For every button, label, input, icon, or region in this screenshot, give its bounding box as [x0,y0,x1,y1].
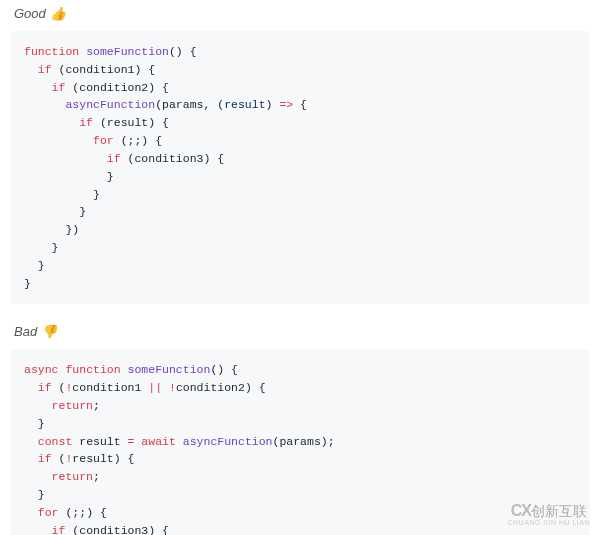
code-line: function someFunction() { [24,43,576,61]
code-line: } [24,203,576,221]
code-line: } [24,239,576,257]
code-line: } [24,486,576,504]
thumbs-up-icon: 👍 [50,6,66,21]
code-line: if (condition2) { [24,79,576,97]
code-line: for (;;) { [24,132,576,150]
good-text: Good [14,6,46,21]
code-line: if (condition3) { [24,150,576,168]
code-line: } [24,415,576,433]
code-line: if (condition3) { [24,522,576,535]
code-line: async function someFunction() { [24,361,576,379]
code-line: if (condition1) { [24,61,576,79]
code-line: } [24,186,576,204]
watermark-brand: 创新互联 [531,503,587,519]
code-line: if (!result) { [24,450,576,468]
bad-text: Bad [14,324,37,339]
code-line: } [24,257,576,275]
watermark: CX创新互联 CHUANG XIN HU LIAN [507,502,590,527]
bad-code-block: async function someFunction() { if (!con… [10,349,590,535]
code-line: if (!condition1 || !condition2) { [24,379,576,397]
code-line: return; [24,468,576,486]
code-line: const result = await asyncFunction(param… [24,433,576,451]
good-label: Good 👍 [0,0,600,27]
watermark-sub: CHUANG XIN HU LIAN [507,519,590,527]
code-line: }) [24,221,576,239]
code-line: for (;;) { [24,504,576,522]
bad-label: Bad 👎 [0,318,600,345]
code-line: } [24,275,576,293]
thumbs-down-icon: 👎 [41,324,57,339]
watermark-logo: CX [511,502,531,519]
code-line: return; [24,397,576,415]
code-line: asyncFunction(params, (result) => { [24,96,576,114]
good-code-block: function someFunction() { if (condition1… [10,31,590,304]
code-line: if (result) { [24,114,576,132]
code-line: } [24,168,576,186]
